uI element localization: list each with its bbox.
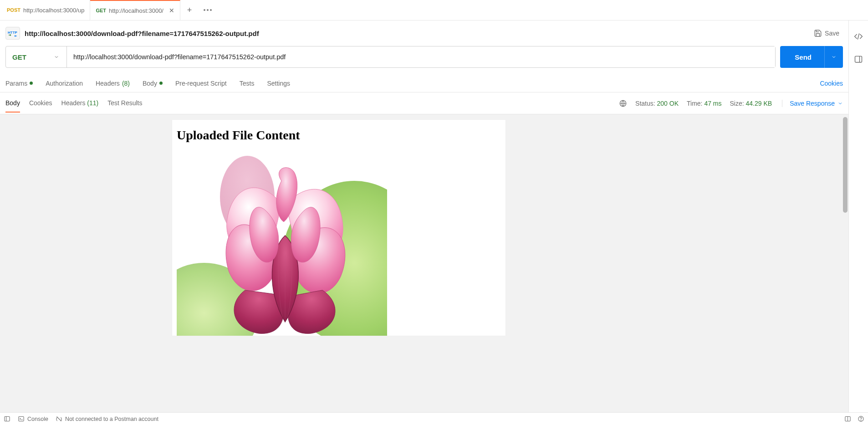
help-icon[interactable] — [858, 415, 864, 422]
tab-body[interactable]: Body — [143, 80, 163, 87]
tab-prerequest[interactable]: Pre-request Script — [175, 80, 227, 87]
send-dropdown[interactable] — [824, 46, 843, 68]
tab-overflow-button[interactable] — [199, 0, 217, 20]
pdf-preview-page: Uploaded File Content — [172, 120, 505, 336]
status-group: Status: 200 OK — [635, 100, 679, 107]
svg-line-14 — [56, 417, 61, 421]
save-response-button[interactable]: Save Response — [782, 100, 843, 107]
tab-title: http://localhost:3000/up — [23, 7, 84, 14]
tab-title: http://localhost:3000/ — [109, 7, 163, 14]
tab-settings[interactable]: Settings — [267, 80, 290, 87]
tab-count: (8) — [122, 80, 130, 87]
size-group: Size: 44.29 KB — [730, 100, 772, 107]
close-icon[interactable]: ✕ — [169, 7, 174, 14]
save-label: Save — [825, 30, 839, 37]
svg-text:HTTP: HTTP — [8, 31, 18, 35]
response-meta: Status: 200 OK Time: 47 ms Size: 44.29 K… — [619, 99, 843, 108]
layout-toggle-icon[interactable] — [844, 415, 851, 422]
footer-bar: Console Not connected to a Postman accou… — [0, 412, 868, 425]
response-body: Uploaded File Content — [0, 114, 848, 412]
indicator-dot — [30, 82, 33, 85]
tab-label: Settings — [267, 80, 290, 87]
main-wrapper: HTTP http://localhost:3000/download-pdf?… — [0, 20, 868, 412]
tab-count: (11) — [87, 99, 98, 107]
tab-method-badge: GET — [96, 8, 106, 13]
tab-label: Headers — [96, 80, 120, 87]
connection-label: Not connected to a Postman account — [65, 416, 158, 422]
time-value: 47 ms — [704, 100, 721, 107]
right-sidebar — [849, 20, 868, 412]
tab-method-badge: POST — [7, 7, 20, 13]
tabs-bar: POST http://localhost:3000/up GET http:/… — [0, 0, 868, 20]
tab-params[interactable]: Params — [5, 80, 33, 87]
tab-authorization[interactable]: Authorization — [46, 80, 83, 87]
chevron-down-icon — [831, 54, 837, 60]
svg-point-18 — [861, 420, 861, 420]
url-group: GET — [5, 46, 776, 68]
pdf-heading: Uploaded File Content — [177, 128, 501, 143]
tab-active[interactable]: GET http://localhost:3000/ ✕ — [90, 0, 180, 20]
svg-rect-12 — [19, 417, 24, 421]
cookies-link[interactable]: Cookies — [820, 80, 843, 87]
save-response-label: Save Response — [790, 100, 835, 107]
svg-rect-8 — [855, 56, 862, 62]
tab-headers[interactable]: Headers (8) — [96, 80, 130, 87]
chevron-down-icon — [54, 54, 59, 60]
resp-tab-cookies[interactable]: Cookies — [29, 94, 52, 113]
size-label: Size: — [730, 100, 744, 107]
status-label: Status: — [635, 100, 655, 107]
main-content: HTTP http://localhost:3000/download-pdf?… — [0, 20, 849, 412]
more-icon — [204, 9, 212, 11]
tab-label: Authorization — [46, 80, 83, 87]
tab-inactive[interactable]: POST http://localhost:3000/up — [1, 0, 90, 20]
response-bar: Body Cookies Headers (11) Test Results S… — [0, 92, 848, 114]
footer-left-panel-icon[interactable] — [4, 415, 10, 422]
console-button[interactable]: Console — [18, 415, 48, 422]
flower-image — [177, 154, 387, 336]
svg-line-7 — [858, 33, 859, 39]
console-label: Console — [27, 416, 48, 422]
http-badge: HTTP — [5, 27, 20, 40]
resp-tab-body[interactable]: Body — [5, 94, 20, 113]
save-icon — [814, 29, 822, 37]
tab-label: Params — [5, 80, 27, 87]
resp-tab-test-results[interactable]: Test Results — [107, 94, 142, 113]
connection-status[interactable]: Not connected to a Postman account — [56, 415, 158, 422]
response-tabs: Body Cookies Headers (11) Test Results — [5, 94, 142, 113]
url-input[interactable] — [67, 46, 775, 67]
resp-tab-headers[interactable]: Headers (11) — [61, 94, 99, 113]
indicator-dot — [159, 82, 163, 85]
time-group: Time: 47 ms — [687, 100, 722, 107]
tab-label: Pre-request Script — [175, 80, 227, 87]
tab-label: Headers — [61, 99, 86, 107]
save-button[interactable]: Save — [814, 29, 839, 37]
tab-label: Body — [143, 80, 157, 87]
time-label: Time: — [687, 100, 702, 107]
method-select[interactable]: GET — [6, 46, 67, 67]
new-tab-button[interactable]: + — [180, 0, 199, 20]
tab-label: Tests — [240, 80, 255, 87]
code-icon[interactable] — [854, 32, 863, 41]
size-value: 44.29 KB — [746, 100, 772, 107]
globe-icon[interactable] — [619, 99, 627, 108]
http-icon: HTTP — [7, 29, 18, 37]
tab-tests[interactable]: Tests — [240, 80, 255, 87]
chevron-down-icon — [837, 101, 843, 106]
send-button[interactable]: Send — [780, 46, 843, 68]
request-tabs: Params Authorization Headers (8) Body Pr… — [0, 74, 848, 92]
method-text: GET — [12, 53, 26, 61]
svg-rect-10 — [5, 417, 10, 421]
status-value: 200 OK — [657, 100, 679, 107]
sidebar-panel-icon[interactable] — [854, 55, 863, 64]
request-title-row: HTTP http://localhost:3000/download-pdf?… — [0, 20, 848, 46]
url-row: GET Send — [0, 46, 848, 74]
request-title: http://localhost:3000/download-pdf?filen… — [25, 30, 809, 37]
scrollbar-thumb[interactable] — [843, 117, 848, 213]
send-label: Send — [780, 53, 824, 61]
